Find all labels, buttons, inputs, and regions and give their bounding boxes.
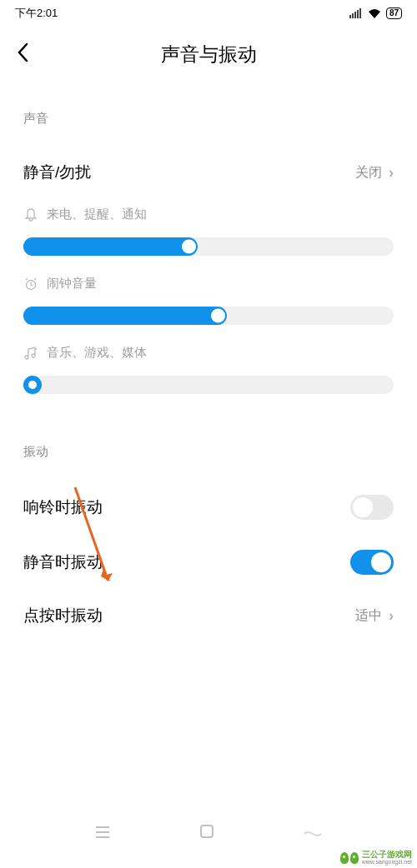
status-time: 下午2:01 (15, 6, 58, 21)
status-bar: 下午2:01 87 (0, 0, 417, 27)
ring-slider-group: 来电、提醒、通知 (23, 207, 394, 256)
touch-vibrate-value: 适中 › (355, 607, 394, 625)
content: 声音 静音/勿扰 关闭 › 来电、提醒、通知 闹钟音量 (0, 111, 417, 641)
svg-rect-12 (201, 826, 213, 837)
alarm-clock-icon (23, 277, 38, 292)
ring-vibrate-toggle[interactable] (350, 495, 394, 520)
silent-vibrate-row[interactable]: 静音时振动 (23, 535, 394, 590)
back-button[interactable] (17, 42, 28, 68)
watermark: 三公子游戏网 www.sangongzi.net (340, 851, 412, 865)
silent-dnd-row[interactable]: 静音/勿扰 关闭 › (23, 147, 394, 198)
media-slider-group: 音乐、游戏、媒体 (23, 345, 394, 394)
watermark-logo-icon (340, 852, 359, 864)
nav-menu-icon[interactable] (94, 824, 111, 843)
silent-vibrate-toggle[interactable] (350, 550, 394, 575)
signal-icon (349, 8, 363, 18)
page-title: 声音与振动 (17, 42, 400, 67)
navigation-bar (0, 816, 417, 851)
alarm-volume-slider[interactable] (23, 307, 394, 325)
header: 声音与振动 (0, 27, 417, 87)
ring-vibrate-label: 响铃时振动 (23, 496, 103, 518)
ring-vibrate-row[interactable]: 响铃时振动 (23, 480, 394, 535)
wifi-icon (368, 8, 381, 18)
watermark-name: 三公子游戏网 (362, 851, 412, 859)
section-label-sound: 声音 (23, 111, 394, 127)
nav-back-icon[interactable] (303, 824, 323, 843)
watermark-url: www.sangongzi.net (362, 859, 412, 865)
alarm-slider-label: 闹钟音量 (23, 276, 394, 292)
chevron-right-icon: › (389, 607, 394, 625)
ring-slider-label: 来电、提醒、通知 (23, 207, 394, 222)
touch-vibrate-label: 点按时振动 (23, 605, 103, 626)
ring-volume-slider[interactable] (23, 237, 394, 256)
media-volume-slider[interactable] (23, 376, 394, 394)
battery-icon: 87 (386, 7, 402, 19)
media-slider-label: 音乐、游戏、媒体 (23, 345, 394, 361)
touch-vibrate-row[interactable]: 点按时振动 适中 › (23, 590, 394, 641)
bell-icon (23, 207, 38, 222)
status-indicators: 87 (349, 7, 402, 19)
silent-dnd-label: 静音/勿扰 (23, 162, 91, 183)
section-label-vibration: 振动 (23, 444, 394, 460)
silent-vibrate-label: 静音时振动 (23, 551, 103, 573)
nav-home-icon[interactable] (199, 824, 214, 843)
music-note-icon (23, 346, 38, 361)
silent-dnd-value: 关闭 › (355, 164, 394, 182)
alarm-slider-group: 闹钟音量 (23, 276, 394, 325)
chevron-right-icon: › (389, 164, 394, 182)
